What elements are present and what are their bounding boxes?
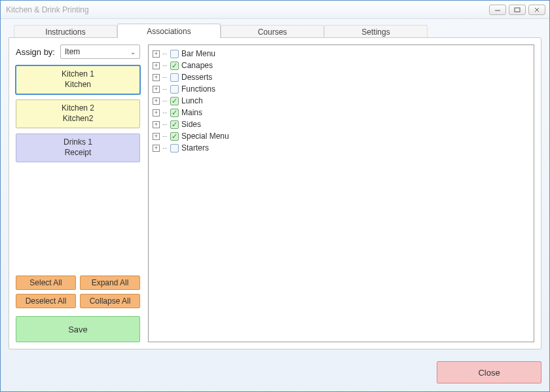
tree-checkbox[interactable]: [170, 109, 179, 117]
expand-all-button[interactable]: Expand All: [80, 276, 140, 290]
tab-instructions[interactable]: Instructions: [14, 25, 117, 38]
tree-checkbox[interactable]: [170, 97, 179, 105]
expand-icon[interactable]: +: [153, 133, 160, 140]
window-controls: [489, 5, 545, 15]
tree-connector: [163, 54, 167, 54]
tree-connector: [163, 113, 167, 113]
tree-item[interactable]: +Starters: [153, 142, 530, 154]
tree-item-label: Canapes: [181, 61, 213, 70]
window-title: Kitchen & Drink Printing: [5, 5, 489, 14]
tree-checkbox[interactable]: [170, 144, 179, 152]
tree-item-label: Functions: [181, 84, 215, 94]
tree-connector: [163, 136, 167, 137]
close-window-button[interactable]: [528, 5, 545, 15]
expand-icon[interactable]: +: [153, 109, 160, 116]
expand-icon[interactable]: +: [153, 145, 160, 152]
tab-panel-associations: Assign by: Item ⌄ Kitchen 1 Kitchen Kitc…: [9, 37, 541, 349]
printer-list: Kitchen 1 Kitchen Kitchen 2 Kitchen2 Dri…: [16, 65, 140, 162]
tree-item-label: Sides: [181, 120, 201, 129]
tree-item[interactable]: +Bar Menu: [153, 48, 530, 60]
printer-line1: Kitchen 1: [62, 69, 94, 80]
close-button[interactable]: Close: [437, 361, 541, 383]
printer-kitchen-2[interactable]: Kitchen 2 Kitchen2: [16, 99, 140, 128]
tree-item-label: Desserts: [181, 73, 212, 82]
tree-item-label: Mains: [181, 108, 202, 117]
deselect-all-button[interactable]: Deselect All: [16, 294, 76, 308]
tree-item-label: Special Menu: [181, 132, 229, 141]
tree-checkbox[interactable]: [170, 62, 179, 70]
tree-connector: [163, 89, 167, 90]
tree-item[interactable]: +Canapes: [153, 60, 530, 71]
printer-line1: Kitchen 2: [62, 103, 94, 114]
select-all-button[interactable]: Select All: [16, 276, 76, 290]
printer-drinks-1[interactable]: Drinks 1 Receipt: [16, 134, 140, 162]
expand-icon[interactable]: +: [153, 86, 160, 93]
tree-checkbox[interactable]: [170, 120, 179, 129]
printer-line2: Receipt: [65, 148, 92, 158]
tree-item-label: Lunch: [181, 96, 203, 105]
tree-connector: [163, 77, 167, 78]
tree-checkbox[interactable]: [170, 73, 179, 82]
tab-settings[interactable]: Settings: [324, 25, 428, 38]
expand-icon[interactable]: +: [153, 121, 160, 128]
tree-item[interactable]: +Sides: [153, 118, 530, 130]
tree-checkbox[interactable]: [170, 50, 179, 58]
assign-dropdown[interactable]: Item ⌄: [60, 45, 140, 59]
tree-item[interactable]: +Special Menu: [153, 130, 530, 142]
tree-checkbox[interactable]: [170, 132, 179, 141]
minimize-button[interactable]: [489, 5, 506, 15]
footer: Close: [1, 357, 549, 391]
expand-icon[interactable]: +: [153, 62, 160, 69]
tab-courses[interactable]: Courses: [221, 25, 324, 38]
assign-row: Assign by: Item ⌄: [16, 45, 140, 59]
printer-line1: Drinks 1: [64, 137, 92, 148]
titlebar: Kitchen & Drink Printing: [1, 1, 549, 19]
expand-icon[interactable]: +: [153, 98, 160, 105]
window: Kitchen & Drink Printing Instructions As…: [0, 0, 550, 392]
left-column: Assign by: Item ⌄ Kitchen 1 Kitchen Kitc…: [16, 45, 140, 342]
tree-item[interactable]: +Mains: [153, 107, 530, 118]
tree-checkbox[interactable]: [170, 85, 179, 94]
tree-connector: [163, 148, 167, 149]
tree-item-label: Bar Menu: [181, 49, 215, 58]
tree-connector: [163, 65, 167, 66]
tree-item[interactable]: +Desserts: [153, 71, 530, 83]
save-button[interactable]: Save: [16, 316, 140, 342]
assign-label: Assign by:: [16, 47, 55, 57]
tree-connector: [163, 124, 167, 125]
svg-rect-1: [515, 8, 520, 12]
expand-icon[interactable]: +: [153, 50, 160, 58]
assign-dropdown-value: Item: [65, 47, 80, 56]
tab-associations[interactable]: Associations: [117, 24, 221, 38]
tree-item[interactable]: +Lunch: [153, 95, 530, 107]
tree-item-label: Starters: [181, 143, 209, 152]
tab-strip: Instructions Associations Courses Settin…: [9, 24, 541, 38]
category-tree[interactable]: +Bar Menu+Canapes+Desserts+Functions+Lun…: [148, 45, 534, 342]
tree-item[interactable]: +Functions: [153, 83, 530, 95]
chevron-down-icon: ⌄: [130, 48, 136, 56]
collapse-all-button[interactable]: Collapse All: [80, 294, 140, 308]
maximize-button[interactable]: [509, 5, 526, 15]
printer-line2: Kitchen: [65, 80, 91, 90]
tree-connector: [163, 101, 167, 101]
expand-icon[interactable]: +: [153, 74, 160, 81]
content-area: Instructions Associations Courses Settin…: [1, 19, 549, 357]
printer-kitchen-1[interactable]: Kitchen 1 Kitchen: [16, 65, 140, 94]
printer-line2: Kitchen2: [63, 114, 94, 124]
